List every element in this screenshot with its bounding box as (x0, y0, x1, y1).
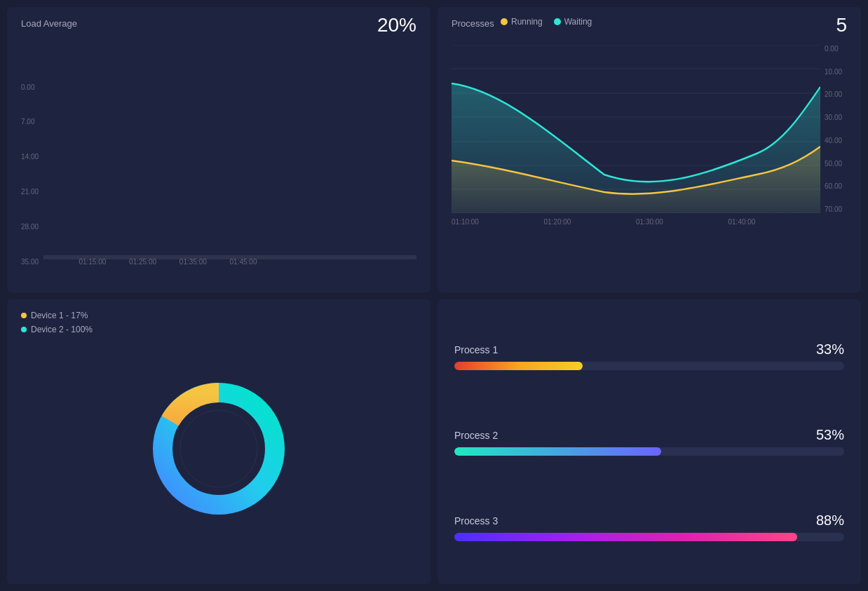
process2-item: Process 2 53% (454, 427, 844, 456)
load-chart-area: 35.00 28.00 21.00 14.00 7.00 0.00 (21, 41, 416, 266)
processes-value: 5 (836, 14, 847, 36)
processes-y-axis: 70.00 60.00 50.00 40.00 30.00 20.00 10.0… (820, 45, 847, 213)
process-bars-panel: Process 1 33% Process 2 53% Process 3 88… (438, 299, 861, 585)
process2-bar-fill (454, 447, 661, 456)
process3-pct: 88% (816, 512, 844, 529)
donut-chart-wrap (21, 312, 416, 572)
load-average-title: Load Average (21, 18, 77, 29)
process2-name: Process 2 (454, 430, 498, 441)
processes-chart: 01:10:00 01:20:00 01:30:00 01:40:00 70.0… (452, 45, 847, 266)
device1-dot (21, 313, 27, 318)
process1-pct: 33% (816, 341, 844, 358)
legend-item-running: Running (501, 17, 543, 27)
processes-svg (452, 45, 820, 213)
load-average-panel: Load Average 20% 35.00 28.00 21.00 14.00… (7, 7, 430, 292)
process1-item: Process 1 33% (454, 341, 844, 370)
device1-label: Device 1 - 17% (31, 311, 88, 320)
waiting-dot (554, 18, 561, 25)
process3-header: Process 3 88% (454, 512, 844, 529)
processes-svg-wrap: 01:10:00 01:20:00 01:30:00 01:40:00 (452, 45, 820, 266)
legend-item-waiting: Waiting (554, 17, 592, 27)
process1-name: Process 1 (454, 344, 498, 355)
process2-header: Process 2 53% (454, 427, 844, 443)
svg-point-10 (180, 410, 257, 487)
process2-bar-bg (454, 447, 844, 456)
donut-panel: Device 1 - 17% Device 2 - 100% (7, 299, 430, 585)
process1-header: Process 1 33% (454, 341, 844, 358)
load-x-labels: 01:15:00 01:25:00 01:35:00 01:45:00 (70, 255, 416, 266)
load-y-axis: 35.00 28.00 21.00 14.00 7.00 0.00 (21, 83, 43, 266)
waiting-label: Waiting (564, 17, 592, 27)
process3-name: Process 3 (454, 515, 498, 527)
processes-legend: Running Waiting (501, 17, 592, 27)
legend-device2: Device 2 - 100% (21, 325, 93, 334)
donut-legend: Device 1 - 17% Device 2 - 100% (21, 311, 93, 334)
device2-dot (21, 327, 27, 332)
load-average-value: 20% (377, 14, 416, 36)
process2-pct: 53% (816, 427, 844, 443)
dashboard: Load Average 20% 35.00 28.00 21.00 14.00… (0, 0, 868, 591)
processes-x-labels: 01:10:00 01:20:00 01:30:00 01:40:00 (452, 218, 820, 226)
process3-item: Process 3 88% (454, 512, 844, 541)
process1-bar-fill (454, 362, 583, 370)
process3-bar-bg (454, 533, 844, 541)
processes-panel: Processes Running Waiting 5 (438, 7, 861, 292)
donut-svg (142, 372, 296, 526)
running-dot (501, 18, 508, 25)
legend-device1: Device 1 - 17% (21, 311, 93, 320)
processes-title: Processes (452, 18, 494, 29)
running-label: Running (511, 17, 543, 27)
process3-bar-fill (454, 533, 797, 541)
process1-bar-bg (454, 362, 844, 370)
device2-label: Device 2 - 100% (31, 325, 93, 334)
